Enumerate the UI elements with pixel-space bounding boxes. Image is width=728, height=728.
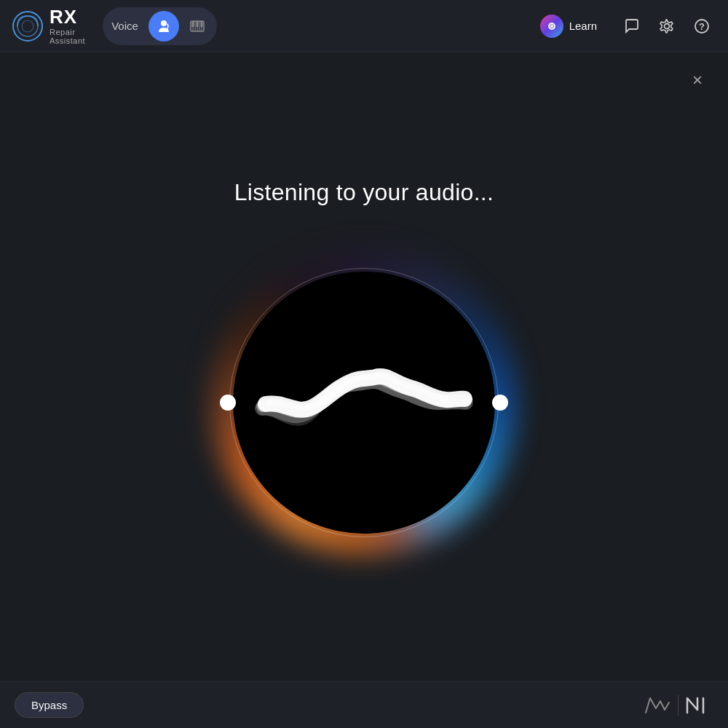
logo-area: RX Repair Assistant	[12, 7, 85, 45]
svg-point-3	[161, 20, 167, 26]
svg-point-2	[22, 20, 33, 32]
footer-divider	[678, 695, 679, 716]
chat-icon	[624, 18, 640, 34]
gear-icon	[659, 18, 675, 34]
bypass-button[interactable]: Bypass	[15, 692, 84, 718]
main-content: × Listening to your audio...	[0, 52, 728, 681]
logo-sub-line2: Assistant	[50, 36, 85, 45]
mode-label: Voice	[107, 20, 146, 32]
logo-text: RX Repair Assistant	[50, 7, 85, 45]
close-icon: ×	[692, 70, 703, 90]
settings-button[interactable]	[652, 12, 681, 41]
learn-sparkle-icon	[545, 20, 558, 33]
chat-button[interactable]	[617, 12, 646, 41]
ni-wordmark-icon	[686, 695, 713, 716]
close-button[interactable]: ×	[684, 67, 711, 93]
svg-point-13	[548, 23, 555, 30]
voice-mode-btn[interactable]	[149, 11, 179, 41]
svg-rect-11	[196, 21, 198, 27]
right-handle-dot[interactable]	[492, 395, 508, 411]
ni-squiggle-icon	[644, 695, 670, 716]
svg-point-15	[665, 23, 670, 28]
help-icon: ?	[694, 18, 710, 34]
music-mode-icon	[189, 18, 205, 34]
rx-logo-icon	[12, 10, 44, 42]
black-circle	[233, 272, 495, 534]
footer: Bypass	[0, 681, 728, 728]
learn-icon	[540, 15, 563, 38]
header: RX Repair Assistant Voice	[0, 0, 728, 52]
listening-title: Listening to your audio...	[234, 179, 494, 206]
left-handle-dot[interactable]	[220, 395, 236, 411]
svg-text:?: ?	[699, 21, 705, 32]
learn-button[interactable]: Learn	[531, 10, 606, 42]
waveform-svg	[255, 352, 473, 454]
logo-sub-line1: Repair	[50, 28, 85, 36]
logo-rx: RX	[50, 7, 85, 28]
svg-rect-10	[191, 21, 194, 27]
visualizer-container	[211, 250, 517, 555]
svg-rect-12	[200, 21, 202, 27]
learn-label: Learn	[569, 20, 597, 32]
footer-logo-area	[644, 695, 714, 716]
header-icons: ?	[617, 12, 716, 41]
help-button[interactable]: ?	[687, 12, 716, 41]
mode-toggle: Voice	[103, 7, 217, 45]
music-mode-btn[interactable]	[182, 11, 213, 41]
voice-mode-icon	[156, 18, 172, 34]
